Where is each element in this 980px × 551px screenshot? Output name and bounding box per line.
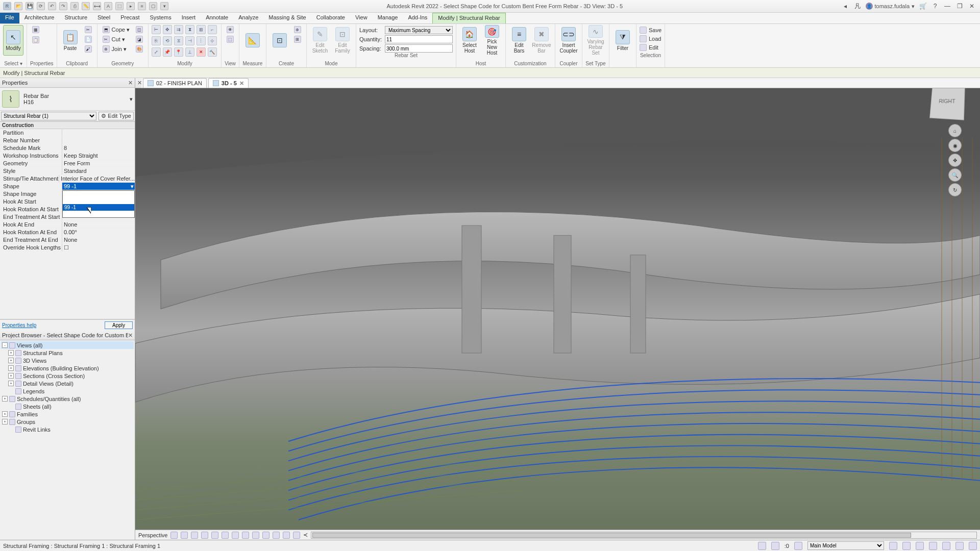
property-row[interactable]: Workshop Instructions Keep Straight bbox=[0, 152, 135, 160]
expand-icon[interactable]: + bbox=[2, 411, 8, 417]
temp-hide-icon[interactable] bbox=[252, 532, 259, 539]
property-value[interactable]: 99 -1▾000199 -199 -2 bbox=[62, 183, 135, 190]
trim-multiple-icon[interactable]: ⊥ bbox=[185, 47, 194, 57]
property-row[interactable]: Override Hook Lengths ☐ bbox=[0, 244, 135, 252]
property-row[interactable]: Schedule Mark 8 bbox=[0, 144, 135, 152]
user-account[interactable]: 👤 tomasz.fudala ▾ bbox=[866, 3, 915, 10]
select-pinned-icon[interactable] bbox=[916, 542, 924, 550]
copy-move-icon[interactable]: ⎘ bbox=[152, 36, 161, 45]
minimize-button[interactable]: — bbox=[943, 2, 951, 10]
group-construction[interactable]: Construction bbox=[0, 121, 135, 129]
tab-architecture[interactable]: Architecture bbox=[19, 13, 60, 23]
close-tab-icon[interactable]: ✕ bbox=[239, 80, 244, 87]
create-group-button[interactable]: ⊡ bbox=[270, 25, 290, 56]
expand-icon[interactable]: + bbox=[8, 358, 14, 363]
mirror-axis-icon[interactable]: ⧗ bbox=[185, 25, 194, 34]
property-value[interactable]: Interior Face of Cover Refer... bbox=[59, 175, 135, 183]
visual-style-icon[interactable] bbox=[181, 532, 188, 539]
crop-icon[interactable] bbox=[222, 532, 229, 539]
align-icon[interactable]: ⊢ bbox=[152, 25, 161, 34]
property-value[interactable] bbox=[62, 129, 135, 137]
property-value[interactable] bbox=[62, 137, 135, 144]
view-ctrl-chevron-icon[interactable]: ≺ bbox=[303, 532, 308, 538]
orbit-icon[interactable]: ↻ bbox=[948, 183, 962, 196]
property-value[interactable]: None bbox=[62, 221, 135, 229]
insert-coupler-button[interactable]: ⊂⊃ Insert Coupler bbox=[558, 25, 579, 56]
tab-systems[interactable]: Systems bbox=[144, 13, 176, 23]
text-icon[interactable]: A bbox=[104, 2, 112, 10]
select-host-button[interactable]: 🏠 Select Host bbox=[459, 25, 480, 56]
select-underlay-icon[interactable] bbox=[902, 542, 911, 550]
tree-item[interactable]: +Structural Plans bbox=[1, 349, 134, 357]
layout-select[interactable]: Maximum Spacing bbox=[385, 26, 453, 34]
property-row[interactable]: Partition bbox=[0, 129, 135, 137]
view-tab-3d[interactable]: 3D - 5 ✕ bbox=[208, 78, 249, 88]
edit-type-button[interactable]: ⚙Edit Type bbox=[99, 112, 134, 120]
property-value[interactable]: 8 bbox=[62, 144, 135, 152]
property-row[interactable]: Hook Rotation At End 0.00° bbox=[0, 229, 135, 236]
paste-button[interactable]: 📋 Paste bbox=[60, 25, 81, 56]
tree-item[interactable]: Revit Links bbox=[1, 425, 134, 433]
sun-path-icon[interactable] bbox=[191, 532, 198, 539]
property-row[interactable]: End Treatment At End None bbox=[0, 236, 135, 244]
lock-3d-icon[interactable] bbox=[242, 532, 249, 539]
remove-bar-button[interactable]: ✖ Remove Bar bbox=[531, 25, 552, 56]
tree-item[interactable]: -Views (all) bbox=[1, 341, 134, 349]
property-value[interactable]: Standard bbox=[62, 167, 135, 175]
paint-icon[interactable]: 🎨 bbox=[134, 44, 145, 54]
property-row[interactable]: Stirrup/Tie Attachment Interior Face of … bbox=[0, 175, 135, 183]
tab-addins[interactable]: Add-Ins bbox=[403, 13, 432, 23]
apply-button[interactable]: Apply bbox=[105, 321, 133, 329]
select-links-icon[interactable] bbox=[889, 542, 897, 550]
background-processes-icon[interactable] bbox=[955, 542, 964, 550]
detail-level-icon[interactable] bbox=[170, 532, 178, 539]
thin-lines-icon[interactable]: ≡ bbox=[138, 2, 146, 10]
analytical-icon[interactable] bbox=[283, 532, 290, 539]
property-value[interactable]: Free Form bbox=[62, 160, 135, 167]
shape-option[interactable]: 99 -1 bbox=[63, 204, 134, 211]
shape-option[interactable]: 01 bbox=[63, 197, 134, 204]
property-row[interactable]: Geometry Free Form bbox=[0, 160, 135, 167]
property-value[interactable]: ☐ bbox=[62, 244, 135, 252]
load-selection-button[interactable]: Load bbox=[640, 35, 662, 43]
close-view-icon[interactable]: ✕ bbox=[137, 80, 142, 86]
expand-icon[interactable]: - bbox=[2, 342, 8, 348]
main-model-select[interactable]: Main Model bbox=[807, 541, 884, 550]
reveal-constraints-icon[interactable] bbox=[293, 532, 300, 539]
expand-icon[interactable]: + bbox=[8, 365, 14, 371]
section-icon[interactable]: ▸ bbox=[127, 2, 135, 10]
cart-icon[interactable]: 🛒 bbox=[919, 2, 927, 10]
wheel-icon[interactable]: ◉ bbox=[948, 139, 962, 152]
demolish-icon[interactable]: 🔨 bbox=[208, 47, 217, 57]
edit-bars-button[interactable]: ≡ Edit Bars bbox=[509, 25, 529, 56]
select-face-icon[interactable] bbox=[929, 542, 937, 550]
reveal-hidden-icon[interactable] bbox=[262, 532, 270, 539]
type-selector[interactable]: ⌇ Rebar Bar H16 ▾ bbox=[0, 88, 135, 111]
hide-in-view-icon[interactable]: 👁 bbox=[225, 25, 236, 34]
revit-logo-icon[interactable]: R bbox=[3, 2, 11, 10]
restore-button[interactable]: ❐ bbox=[955, 2, 964, 10]
tree-item[interactable]: +Schedules/Quantities (all) bbox=[1, 395, 134, 403]
drag-elements-icon[interactable] bbox=[942, 542, 950, 550]
switch-window-icon[interactable]: ▾ bbox=[160, 2, 168, 10]
split-face-icon[interactable]: ◪ bbox=[134, 35, 145, 44]
move-icon[interactable]: ✥ bbox=[163, 25, 172, 34]
dimension-icon[interactable]: ⟷ bbox=[93, 2, 101, 10]
close-panel-icon[interactable]: ✕ bbox=[128, 80, 133, 86]
close-button[interactable]: ✕ bbox=[968, 2, 976, 10]
varying-rebar-button[interactable]: ∿ Varying Rebar Set bbox=[585, 25, 606, 56]
help-icon[interactable]: ? bbox=[931, 2, 939, 10]
property-row[interactable]: Shape 99 -1▾000199 -199 -2 bbox=[0, 183, 135, 190]
modify-button[interactable]: ↖ Modify bbox=[3, 25, 23, 56]
expand-icon[interactable]: + bbox=[8, 381, 14, 386]
cope-button[interactable]: ⬒Cope ▾ bbox=[101, 25, 132, 34]
undo-icon[interactable]: ↶ bbox=[48, 2, 56, 10]
tab-precast[interactable]: Precast bbox=[115, 13, 144, 23]
tab-modify-rebar[interactable]: Modify | Structural Rebar bbox=[432, 13, 505, 23]
close-browser-icon[interactable]: ✕ bbox=[128, 332, 133, 339]
3d-icon[interactable]: ⬚ bbox=[115, 2, 124, 10]
property-value[interactable]: Keep Straight bbox=[62, 152, 135, 160]
spacing-input[interactable] bbox=[385, 44, 453, 53]
rendering-icon[interactable] bbox=[211, 532, 218, 539]
array-grid-icon[interactable]: ⊞ bbox=[197, 25, 206, 34]
